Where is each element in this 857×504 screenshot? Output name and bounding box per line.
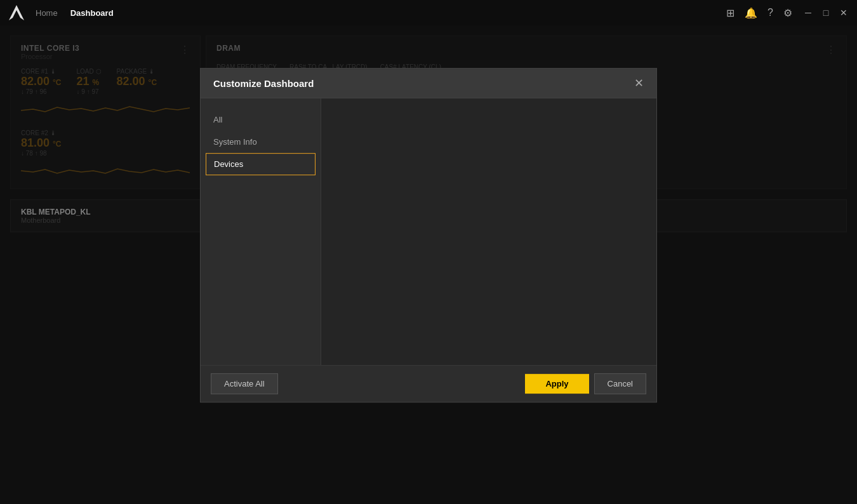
dialog-content-area <box>321 98 656 365</box>
dialog-title: Customize Dashboard <box>213 78 314 89</box>
bell-icon[interactable]: 🔔 <box>745 7 757 19</box>
dialog-body: All System Info Devices <box>201 98 656 365</box>
customize-dashboard-dialog: Customize Dashboard ✕ All System Info De… <box>200 68 657 402</box>
category-devices[interactable]: Devices <box>206 153 316 175</box>
dialog-header: Customize Dashboard ✕ <box>201 69 656 98</box>
titlebar: Home Dashboard ⊞ 🔔 ? ⚙ ─ □ ✕ <box>0 0 857 25</box>
titlebar-icons: ⊞ 🔔 ? ⚙ <box>726 7 792 19</box>
restore-button[interactable]: □ <box>820 8 832 18</box>
settings-icon[interactable]: ⚙ <box>783 7 792 19</box>
close-button[interactable]: ✕ <box>838 8 849 18</box>
window-controls: ─ □ ✕ <box>802 8 849 18</box>
grid-icon[interactable]: ⊞ <box>726 7 734 19</box>
cancel-button[interactable]: Cancel <box>594 373 646 394</box>
nav-dashboard[interactable]: Dashboard <box>70 8 114 18</box>
minimize-button[interactable]: ─ <box>802 8 814 18</box>
titlebar-nav: Home Dashboard <box>36 8 114 18</box>
apply-button[interactable]: Apply <box>525 374 588 394</box>
category-all[interactable]: All <box>201 109 321 131</box>
dialog-close-button[interactable]: ✕ <box>634 77 644 89</box>
category-system-info[interactable]: System Info <box>201 131 321 153</box>
activate-all-button[interactable]: Activate All <box>211 373 278 394</box>
corsair-logo <box>8 4 25 22</box>
nav-home[interactable]: Home <box>36 8 58 18</box>
dialog-sidebar: All System Info Devices <box>201 98 321 365</box>
help-icon[interactable]: ? <box>767 7 773 18</box>
dialog-footer: Activate All Apply Cancel <box>201 365 656 402</box>
svg-marker-0 <box>9 5 24 20</box>
